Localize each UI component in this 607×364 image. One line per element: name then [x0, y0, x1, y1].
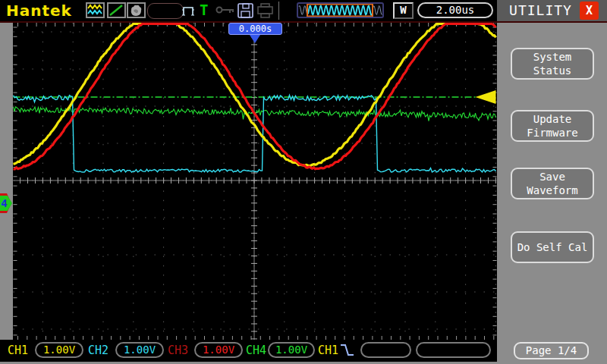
trigger-level-readout[interactable]: 2.20V: [360, 342, 411, 358]
scope-grid-and-traces: [13, 23, 497, 340]
trigger-type-letter: T: [200, 2, 208, 18]
measure-line-icon: [109, 4, 124, 17]
channel2-scale[interactable]: 1.00V: [115, 342, 164, 358]
channels-button[interactable]: [86, 2, 105, 18]
channel3-scale[interactable]: 1.00V: [194, 342, 243, 358]
menu-header: UTILITY X: [497, 0, 607, 21]
toolbar-divider: [278, 2, 279, 20]
waveform-preview[interactable]: [297, 2, 384, 18]
window-mode-button[interactable]: W: [393, 2, 414, 19]
page-title: UTILITY: [501, 2, 580, 18]
channel1-label[interactable]: CH1: [8, 344, 28, 357]
brand-logo: Hantek: [6, 2, 72, 20]
channel-status-bar: CH1 1.00V CH2 1.00V CH3 1.00V CH4 1.00V …: [0, 340, 497, 364]
waveform-preview-icon: [298, 4, 382, 17]
print-icon[interactable]: [256, 3, 274, 18]
hand-grab-icon: [128, 4, 144, 17]
menu-button-update-firmware[interactable]: Update Firmware: [511, 110, 594, 142]
trigger-source-label[interactable]: CH1: [318, 344, 338, 357]
channels-waveform-icon: [87, 4, 103, 17]
close-button[interactable]: X: [580, 2, 599, 20]
channel3-label[interactable]: CH3: [168, 344, 188, 357]
acquire-slot: [147, 3, 184, 19]
page-indicator-button[interactable]: Page 1/4: [514, 342, 589, 359]
menu-sidebar: System Status Update Firmware Save Wavef…: [497, 23, 607, 364]
trigger-falling-edge-icon: [339, 342, 356, 359]
save-floppy-icon[interactable]: [237, 2, 255, 19]
channel4-label[interactable]: CH4: [246, 344, 266, 357]
channel1-scale[interactable]: 1.00V: [35, 342, 83, 358]
trigger-frequency-readout[interactable]: 50.0000KHz: [416, 342, 491, 358]
menu-button-save-waveform[interactable]: Save Waveform: [511, 168, 594, 199]
trigger-time-pointer[interactable]: [250, 35, 260, 43]
top-bar: Hantek T: [0, 0, 497, 21]
hand-button[interactable]: [127, 2, 146, 18]
scope-display: 0.000s: [13, 23, 497, 340]
timebase-readout[interactable]: 2.00us: [417, 2, 493, 18]
menu-button-do-self-cal[interactable]: Do Self Cal: [511, 231, 594, 263]
channel2-label[interactable]: CH2: [88, 344, 109, 357]
scope-left-margin: 4: [0, 23, 13, 340]
channel4-level-marker[interactable]: 4: [0, 196, 12, 211]
measure-line-button[interactable]: [107, 2, 126, 18]
oscilloscope-screen: Hantek T: [0, 0, 607, 364]
trigger-time-label[interactable]: 0.000s: [228, 23, 282, 35]
menu-button-system-status[interactable]: System Status: [511, 48, 594, 80]
key-lock-icon: [215, 5, 236, 16]
channel4-scale[interactable]: 1.00V: [268, 342, 315, 358]
pulse-trigger-icon: [181, 4, 197, 17]
